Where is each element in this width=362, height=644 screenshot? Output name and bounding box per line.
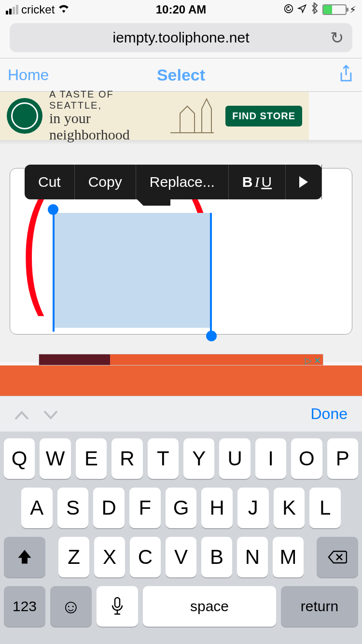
page-title: Select: [157, 66, 205, 84]
format-biw-button[interactable]: BIU: [229, 165, 286, 199]
svg-rect-1: [115, 598, 120, 607]
key-q[interactable]: Q: [4, 438, 35, 479]
key-p[interactable]: P: [327, 438, 358, 479]
starbucks-logo-icon: [7, 98, 42, 134]
selection-caret-right[interactable]: [210, 213, 212, 336]
key-j[interactable]: J: [237, 488, 269, 528]
ad-banner[interactable]: A TASTE OF SEATTLE, in your neighborhood…: [0, 92, 309, 140]
key-l[interactable]: L: [309, 488, 341, 528]
emoji-key[interactable]: ☺: [50, 586, 92, 627]
key-c[interactable]: C: [130, 537, 161, 577]
charging-icon: ⚡︎: [349, 4, 356, 15]
ad-headline: A TASTE OF SEATTLE,: [49, 89, 159, 111]
orange-section: [0, 365, 362, 396]
key-v[interactable]: V: [166, 537, 196, 577]
battery-icon: [322, 4, 347, 15]
ad-close-icon[interactable]: ✕: [314, 355, 321, 366]
key-u[interactable]: U: [219, 438, 250, 479]
return-key[interactable]: return: [281, 586, 358, 627]
svg-point-0: [285, 5, 293, 13]
page-nav: Home Select: [0, 58, 362, 92]
key-f[interactable]: F: [129, 488, 161, 528]
done-button[interactable]: Done: [311, 405, 348, 423]
dictation-key[interactable]: [97, 586, 138, 627]
adchoices-icon[interactable]: ▷: [305, 355, 312, 366]
key-m[interactable]: M: [273, 537, 304, 577]
bluetooth-icon: [311, 2, 319, 17]
key-a[interactable]: A: [21, 488, 53, 528]
text-selection[interactable]: [53, 213, 212, 328]
selection-handle-end[interactable]: [206, 331, 217, 341]
key-h[interactable]: H: [201, 488, 233, 528]
address-bar[interactable]: iempty.tooliphone.net ↻: [10, 23, 352, 52]
ad-illustration: [166, 94, 219, 138]
next-field-icon[interactable]: [43, 404, 58, 424]
replace-button[interactable]: Replace...: [136, 165, 229, 199]
numbers-key[interactable]: 123: [4, 586, 45, 627]
reload-icon[interactable]: ↻: [330, 28, 344, 47]
location-icon: [297, 3, 307, 16]
cut-button[interactable]: Cut: [25, 165, 75, 199]
key-e[interactable]: E: [76, 438, 107, 479]
more-actions-button[interactable]: [286, 165, 322, 199]
ad-subhead: in your neighborhood: [49, 110, 159, 143]
key-y[interactable]: Y: [183, 438, 214, 479]
shift-key[interactable]: [4, 537, 45, 577]
key-g[interactable]: G: [166, 488, 197, 528]
wifi-icon: [57, 3, 70, 16]
space-key[interactable]: space: [143, 586, 276, 627]
key-w[interactable]: W: [40, 438, 70, 479]
triangle-right-icon: [299, 176, 308, 188]
key-o[interactable]: O: [291, 438, 322, 479]
home-link[interactable]: Home: [8, 66, 49, 84]
key-k[interactable]: K: [274, 488, 305, 528]
key-i[interactable]: I: [255, 438, 286, 479]
key-s[interactable]: S: [57, 488, 89, 528]
copy-button[interactable]: Copy: [75, 165, 136, 199]
find-store-button[interactable]: FIND STORE: [225, 106, 302, 126]
text-input-area[interactable]: Cut Copy Replace... BIU ( ): [10, 168, 352, 335]
key-t[interactable]: T: [148, 438, 179, 479]
share-icon[interactable]: [338, 64, 354, 85]
clock: 10:20 AM: [156, 3, 206, 16]
text-context-menu: Cut Copy Replace... BIU: [25, 165, 322, 199]
status-bar: cricket 10:20 AM ⚡︎: [0, 0, 362, 19]
signal-icon: [6, 5, 18, 14]
prev-field-icon[interactable]: [14, 404, 29, 424]
left-paren-glyph: (: [21, 184, 44, 309]
key-b[interactable]: B: [201, 537, 232, 577]
key-z[interactable]: Z: [58, 537, 89, 577]
keyboard-accessory: Done: [0, 396, 362, 432]
key-d[interactable]: D: [93, 488, 125, 528]
key-r[interactable]: R: [111, 438, 142, 479]
backspace-key[interactable]: [317, 537, 358, 577]
selection-handle-start[interactable]: [48, 204, 58, 215]
key-n[interactable]: N: [237, 537, 268, 577]
keyboard: QWERTYUIOP ASDFGHJKL ZXCVBNM 123 ☺ space…: [0, 432, 362, 644]
carrier-label: cricket: [21, 3, 55, 16]
selection-caret-left[interactable]: [53, 208, 55, 332]
key-x[interactable]: X: [94, 537, 125, 577]
ad-strip[interactable]: ▷ ✕: [39, 354, 323, 365]
rotation-lock-icon: [284, 3, 293, 16]
url-text: iempty.tooliphone.net: [113, 29, 250, 46]
